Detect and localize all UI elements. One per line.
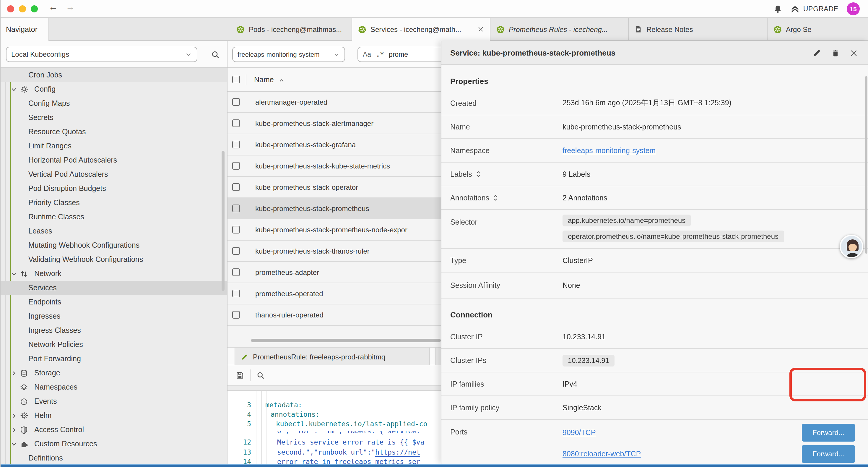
bell-icon[interactable] — [774, 4, 783, 13]
sidebar-item-endpoints[interactable]: Endpoints — [1, 295, 227, 309]
editor-tab-prometheusrule[interactable]: PrometheusRule: freeleaps-prod-rabbitmq — [235, 348, 430, 366]
notification-badge[interactable]: 15 — [847, 2, 860, 16]
table-row-thanos-ruler-operated[interactable]: thanos-ruler-operated — [227, 304, 441, 326]
select-all-checkbox[interactable] — [232, 76, 240, 83]
row-checkbox[interactable] — [232, 268, 240, 276]
tab-close-icon[interactable] — [473, 26, 484, 32]
horizontal-scrollbar-thumb[interactable] — [251, 339, 441, 342]
row-checkbox[interactable] — [232, 119, 240, 127]
close-icon[interactable] — [850, 49, 858, 57]
navigator-panel-tab[interactable]: Navigator — [1, 18, 49, 41]
sidebar-item-resource-quotas[interactable]: Resource Quotas — [1, 125, 227, 139]
tab-prometheus-rules-icecheng[interactable]: Prometheus Rules - icecheng... — [490, 18, 629, 41]
row-checkbox[interactable] — [232, 141, 240, 148]
table-row-kube-prometheus-stack-thanos-ruler[interactable]: kube-prometheus-stack-thanos-ruler — [227, 241, 441, 262]
sidebar-item-definitions[interactable]: Definitions — [1, 451, 227, 464]
sidebar-item-helm[interactable]: Helm — [1, 408, 227, 423]
upgrade-button[interactable]: UPGRADE — [791, 4, 838, 13]
detail-scrollbar[interactable] — [865, 76, 867, 254]
sidebar-item-runtime-classes[interactable]: Runtime Classes — [1, 210, 227, 224]
sidebar-item-services[interactable]: Services — [1, 281, 227, 295]
row-checkbox[interactable] — [232, 247, 240, 255]
sidebar-item-network-policies[interactable]: Network Policies — [1, 338, 227, 352]
table-row-prometheus-adapter[interactable]: prometheus-adapter — [227, 262, 441, 283]
sidebar-item-network[interactable]: Network — [1, 267, 227, 281]
match-case-toggle[interactable]: Aa — [363, 51, 371, 58]
sidebar-item-vertical-pod-autoscalers[interactable]: Vertical Pod Autoscalers — [1, 167, 227, 181]
chevron-down-icon[interactable] — [11, 270, 18, 277]
row-checkbox[interactable] — [232, 98, 240, 106]
sidebar-item-namespaces[interactable]: Namespaces — [1, 380, 227, 394]
forward-button-8080[interactable]: Forward... — [802, 445, 855, 463]
save-icon[interactable] — [236, 371, 244, 380]
table-row-kube-prometheus-stack-alertmanager[interactable]: kube-prometheus-stack-alertmanager — [227, 113, 441, 134]
tab-services-icecheng-math[interactable]: Services - icecheng@math... — [352, 18, 490, 41]
row-checkbox[interactable] — [232, 311, 240, 319]
sidebar-item-port-forwarding[interactable]: Port Forwarding — [1, 352, 227, 366]
traffic-light-minimize-icon[interactable] — [19, 5, 26, 12]
edit-pencil-icon[interactable] — [812, 49, 821, 57]
sort-ascending-icon[interactable] — [279, 77, 285, 84]
sidebar-item-config[interactable]: Config — [1, 82, 227, 96]
runbook-url-link[interactable]: https://net — [375, 448, 420, 457]
row-checkbox[interactable] — [232, 183, 240, 191]
horizontal-scrollbar[interactable] — [227, 339, 441, 342]
sidebar-item-mutating-webhook-configurations[interactable]: Mutating Webhook Configurations — [1, 238, 227, 253]
sidebar-item-secrets[interactable]: Secrets — [1, 111, 227, 125]
delete-trash-icon[interactable] — [831, 49, 840, 57]
sidebar-item-validating-webhook-configurations[interactable]: Validating Webhook Configurations — [1, 253, 227, 267]
sidebar-search-icon[interactable] — [211, 50, 220, 59]
kubeconfig-select[interactable]: Local Kubeconfigs — [6, 47, 197, 62]
back-arrow-icon[interactable]: ← — [49, 2, 58, 12]
namespace-select[interactable]: freeleaps-monitoring-system — [232, 47, 345, 62]
port-link-9090[interactable]: 9090/TCP — [562, 429, 596, 437]
chevron-down-icon[interactable] — [11, 441, 18, 447]
sidebar-scrollbar[interactable] — [222, 151, 224, 291]
row-checkbox[interactable] — [232, 290, 240, 297]
namespace-link[interactable]: freeleaps-monitoring-system — [562, 146, 656, 154]
row-checkbox[interactable] — [232, 226, 240, 233]
sidebar-item-leases[interactable]: Leases — [1, 224, 227, 238]
tab-release-notes[interactable]: Release Notes — [629, 18, 768, 41]
sidebar-item-horizontal-pod-autoscalers[interactable]: Horizontal Pod Autoscalers — [1, 153, 227, 167]
traffic-light-close-icon[interactable] — [7, 5, 14, 12]
service-search-input[interactable]: Aa .* prome — [358, 47, 441, 62]
table-row-alertmanager-operated[interactable]: alertmanager-operated — [227, 92, 441, 113]
tab-pods-icecheng-mathmas[interactable]: Pods - icecheng@mathmas... — [230, 18, 352, 41]
name-column-header[interactable]: Name — [254, 76, 274, 84]
table-row-kube-prometheus-stack-prometheus[interactable]: kube-prometheus-stack-prometheus — [227, 198, 441, 219]
table-row-kube-prometheus-stack-operator[interactable]: kube-prometheus-stack-operator — [227, 177, 441, 198]
sidebar-item-storage[interactable]: Storage — [1, 366, 227, 380]
sidebar-item-ingress-classes[interactable]: Ingress Classes — [1, 323, 227, 338]
forward-arrow-icon[interactable]: → — [66, 2, 75, 12]
forward-button-9090[interactable]: Forward... — [802, 424, 855, 442]
sidebar-item-ingresses[interactable]: Ingresses — [1, 309, 227, 323]
row-checkbox[interactable] — [232, 162, 240, 170]
avatar[interactable] — [840, 235, 863, 258]
sidebar-item-limit-ranges[interactable]: Limit Ranges — [1, 139, 227, 153]
sidebar-item-config-maps[interactable]: Config Maps — [1, 96, 227, 111]
traffic-light-maximize-icon[interactable] — [31, 5, 38, 12]
chevron-down-icon[interactable] — [11, 86, 18, 92]
chevron-right-icon[interactable] — [11, 370, 18, 376]
sidebar-item-custom-resources[interactable]: Custom Resources — [1, 437, 227, 451]
editor-tab-next[interactable] — [435, 348, 441, 366]
tab-argo-se[interactable]: Argo Se — [768, 18, 868, 41]
sidebar-item-priority-classes[interactable]: Priority Classes — [1, 196, 227, 210]
sidebar-item-events[interactable]: Events — [1, 394, 227, 408]
chevron-right-icon[interactable] — [11, 412, 18, 419]
table-row-kube-prometheus-stack-grafana[interactable]: kube-prometheus-stack-grafana — [227, 134, 441, 155]
port-link-8080[interactable]: 8080:reloader-web/TCP — [562, 450, 641, 458]
chevron-right-icon[interactable] — [11, 427, 18, 433]
regex-toggle[interactable]: .* — [376, 50, 384, 59]
sidebar-item-access-control[interactable]: Access Control — [1, 423, 227, 437]
sort-toggle-icon[interactable] — [476, 170, 481, 178]
row-checkbox[interactable] — [232, 205, 240, 212]
sort-toggle-icon[interactable] — [493, 194, 498, 202]
table-row-kube-prometheus-stack-kube-state-metrics[interactable]: kube-prometheus-stack-kube-state-metrics — [227, 155, 441, 177]
table-row-kube-prometheus-stack-prometheus-node-expor[interactable]: kube-prometheus-stack-prometheus-node-ex… — [227, 219, 441, 241]
sidebar-item-pod-disruption-budgets[interactable]: Pod Disruption Budgets — [1, 181, 227, 196]
yaml-editor[interactable]: 3metadata:4annotations:5kubectl.kubernet… — [227, 391, 441, 464]
sidebar-item-cron-jobs[interactable]: Cron Jobs — [1, 68, 227, 82]
table-row-prometheus-operated[interactable]: prometheus-operated — [227, 283, 441, 304]
